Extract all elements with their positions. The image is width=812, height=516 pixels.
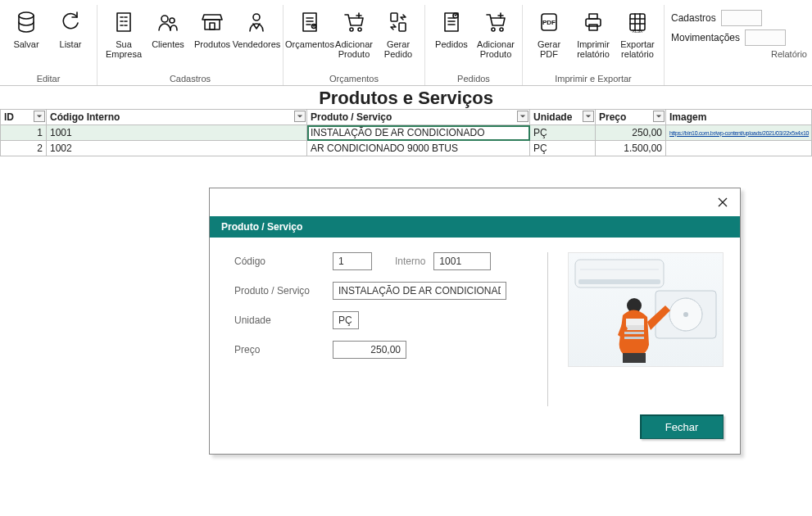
printer-icon [581, 10, 606, 36]
svg-rect-25 [578, 279, 660, 284]
cell-preco[interactable]: 1.500,00 [596, 141, 666, 156]
produtos-button[interactable]: Produtos [191, 5, 234, 49]
preco-label: Preço [234, 344, 324, 355]
ribbon: SalvarListarEditarSua EmpresaClientesPro… [0, 0, 812, 86]
svg-rect-33 [623, 353, 646, 363]
adicionar-produto-ped-button[interactable]: Adicionar Produto [474, 5, 517, 59]
cell-id[interactable]: 2 [1, 141, 47, 156]
adicionar-produto-orc-button[interactable]: Adicionar Produto [333, 5, 375, 59]
svg-rect-1 [117, 13, 130, 31]
close-icon[interactable] [712, 192, 733, 213]
preco-field[interactable] [333, 341, 406, 359]
ribbon-btn-label: Gerar Pedido [384, 39, 412, 59]
ribbon-btn-label: Pedidos [435, 39, 468, 49]
cadastros-dropdown[interactable] [721, 10, 762, 26]
ribbon-group-label: Cadastros [102, 71, 278, 85]
svg-rect-4 [205, 20, 220, 29]
svg-point-3 [170, 18, 175, 23]
product-image [568, 252, 724, 367]
cell-produto[interactable]: INSTALAÇÃO DE AR CONDICIONADO [307, 125, 530, 141]
products-table: ID Código Interno Produto / Serviço Unid… [0, 109, 812, 156]
interno-field[interactable] [433, 252, 491, 270]
ribbon-group-label: Editar [5, 71, 92, 85]
vendedores-button[interactable]: Vendedores [235, 5, 278, 49]
vendor-icon [244, 10, 269, 36]
page-title: Produtos e Serviços [0, 86, 812, 109]
ribbon-side-panel: CadastrosMovimentaçõesRelatório [665, 5, 812, 61]
gerar-pdf-button[interactable]: PDFGerar PDF [528, 5, 570, 59]
dialog-header: Produto / Serviço [210, 216, 740, 238]
cell-unidade[interactable]: PÇ [530, 125, 596, 141]
exportar-relatorio-button[interactable]: XLSXExportar relatório [616, 5, 659, 59]
cell-produto[interactable]: AR CONDICIONADO 9000 BTUS [307, 141, 530, 156]
codigo-field[interactable] [333, 252, 372, 270]
invoice-icon [297, 10, 322, 36]
table-row[interactable]: 11001INSTALAÇÃO DE AR CONDICIONADOPÇ250,… [1, 125, 812, 141]
col-header-imagem[interactable]: Imagem [666, 110, 812, 125]
cadastros-label: Cadastros [671, 12, 716, 24]
gerar-pedido-button[interactable]: Gerar Pedido [377, 5, 420, 59]
pedidos-button[interactable]: Pedidos [430, 5, 473, 49]
fechar-button[interactable]: Fechar [640, 414, 724, 439]
col-header-codigo[interactable]: Código Interno [47, 110, 307, 125]
filter-icon[interactable] [517, 111, 528, 122]
movimentacoes-label: Movimentações [671, 32, 740, 43]
filter-icon[interactable] [653, 111, 665, 122]
svg-rect-20 [589, 14, 597, 19]
svg-rect-34 [624, 332, 644, 334]
ribbon-btn-label: Listar [60, 39, 82, 49]
building-icon [111, 10, 136, 36]
svg-point-6 [253, 14, 260, 20]
cell-id[interactable]: 1 [1, 125, 47, 141]
svg-point-0 [19, 12, 34, 19]
swap-icon [386, 10, 411, 36]
unidade-field[interactable] [333, 311, 359, 329]
svg-rect-35 [624, 337, 644, 339]
col-header-id[interactable]: ID [1, 110, 47, 125]
ribbon-group-label: Orçamentos [288, 71, 420, 85]
col-header-unidade[interactable]: Unidade [530, 110, 596, 125]
cell-codigo[interactable]: 1001 [47, 125, 307, 141]
cell-unidade[interactable]: PÇ [530, 141, 596, 156]
dialog-divider [547, 252, 548, 406]
svg-point-16 [500, 28, 503, 31]
filter-icon[interactable] [583, 111, 594, 122]
filter-icon[interactable] [34, 111, 45, 122]
movimentacoes-dropdown[interactable] [745, 29, 786, 46]
ribbon-btn-label: Gerar PDF [538, 39, 560, 59]
sua-empresa-button[interactable]: Sua Empresa [102, 5, 145, 59]
col-header-produto[interactable]: Produto / Serviço [307, 110, 530, 125]
interno-label: Interno [395, 256, 425, 267]
svg-rect-32 [626, 325, 644, 330]
cell-preco[interactable]: 250,00 [596, 125, 666, 141]
ribbon-btn-label: Produtos [194, 39, 230, 49]
ribbon-btn-label: Salvar [13, 39, 39, 49]
codigo-label: Código [234, 256, 324, 267]
salvar-button[interactable]: Salvar [5, 5, 48, 49]
imprimir-relatorio-button[interactable]: Imprimir relatório [572, 5, 615, 59]
svg-rect-22 [630, 14, 645, 30]
unidade-label: Unidade [234, 315, 324, 326]
svg-text:PDF: PDF [542, 19, 556, 26]
db-icon [14, 10, 39, 36]
table-row[interactable]: 21002AR CONDICIONADO 9000 BTUSPÇ1.500,00 [1, 141, 812, 156]
orcamentos-button[interactable]: Orçamentos [288, 5, 331, 49]
cell-codigo[interactable]: 1002 [47, 141, 307, 156]
ribbon-btn-label: Orçamentos [285, 39, 334, 49]
refresh-icon [58, 10, 83, 36]
ribbon-group: OrçamentosAdicionar ProdutoGerar PedidoO… [284, 5, 425, 85]
svg-point-2 [161, 16, 168, 22]
filter-icon[interactable] [294, 111, 306, 122]
svg-point-29 [683, 312, 688, 317]
cell-imagem[interactable] [666, 141, 812, 156]
cart-add-icon [483, 10, 508, 36]
ribbon-group-label: Imprimir e Exportar [528, 71, 659, 85]
svg-rect-12 [399, 23, 406, 31]
clientes-button[interactable]: Clientes [147, 5, 189, 49]
produto-field[interactable] [333, 282, 506, 300]
cell-imagem[interactable]: https://bin10.com.br/wp-content/uploads/… [666, 125, 812, 141]
ribbon-group: SalvarListarEditar [0, 5, 98, 85]
svg-rect-11 [391, 13, 397, 21]
listar-button[interactable]: Listar [49, 5, 92, 49]
col-header-preco[interactable]: Preço [596, 110, 666, 125]
